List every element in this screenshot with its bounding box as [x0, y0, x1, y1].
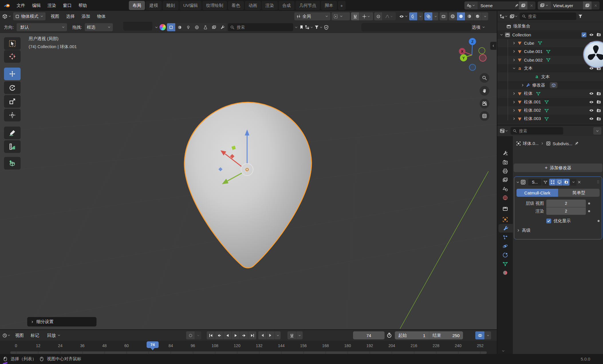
snap-settings-dropdown[interactable]	[359, 12, 373, 20]
tool-add-cube-button[interactable]	[4, 157, 21, 170]
sidebar-collapse-handle[interactable]	[490, 42, 496, 50]
viewlayer-delete-button[interactable]	[592, 1, 600, 9]
properties-search-input[interactable]	[519, 128, 561, 133]
drag-dropdown[interactable]: 框选	[85, 23, 113, 31]
header-search-input[interactable]	[236, 25, 291, 30]
properties-tab-tool[interactable]	[497, 149, 513, 158]
outliner-row-Collection[interactable]: Collection	[497, 30, 603, 39]
expand-toggle-icon[interactable]	[500, 33, 503, 37]
on-cage-toggle[interactable]	[542, 179, 548, 186]
render-visibility-camera-icon[interactable]	[596, 100, 601, 104]
topbar-menu-3[interactable]: 窗口	[60, 0, 75, 11]
overlays-toggle[interactable]	[424, 12, 432, 20]
jump-to-end-button[interactable]	[248, 331, 256, 339]
shading-wireframe-button[interactable]	[449, 12, 457, 20]
pin-icon[interactable]	[515, 3, 519, 8]
subdivision-type-catmull[interactable]: Catmull-Clark	[517, 189, 558, 197]
expand-toggle-icon[interactable]	[521, 83, 525, 87]
playhead[interactable]: 74	[147, 341, 159, 348]
workspace-tab-+[interactable]: +	[338, 1, 346, 10]
hide-eye-icon[interactable]	[589, 100, 594, 105]
hide-eye-icon[interactable]	[589, 32, 594, 37]
optimal-display-checkbox[interactable]	[546, 219, 551, 223]
playback-menu[interactable]: 回放	[44, 330, 64, 341]
outliner-row-场景集合[interactable]: 场景集合	[497, 22, 603, 30]
outliner-row-柱体.002[interactable]: 柱体.002	[497, 106, 603, 115]
properties-tab-collection[interactable]	[497, 204, 513, 213]
tool-annotate-button[interactable]	[4, 127, 21, 139]
properties-tab-material[interactable]	[497, 268, 513, 277]
animate-dot[interactable]	[588, 210, 590, 212]
material-preview-ball[interactable]	[159, 24, 166, 30]
shading-solid-button[interactable]	[457, 12, 465, 20]
outliner-row-柱体.001[interactable]: 柱体.001	[497, 98, 603, 106]
proportional-edit-button[interactable]	[374, 12, 382, 20]
filter-world-button[interactable]	[192, 23, 201, 31]
operator-panel[interactable]: 细分设置	[27, 317, 96, 326]
outliner-search-input[interactable]	[528, 14, 574, 19]
breadcrumb-object[interactable]: 球体.0...	[523, 141, 539, 146]
properties-tab-render[interactable]	[497, 158, 513, 166]
viewport-perspective-button[interactable]	[480, 111, 489, 121]
gizmos-dropdown[interactable]	[417, 12, 423, 20]
timeline-menu-视图[interactable]: 视图	[12, 330, 27, 341]
tool-scale-button[interactable]	[4, 95, 21, 108]
outliner-item-label[interactable]: 文本	[524, 66, 533, 71]
mode-dropdown[interactable]: 物体模式	[13, 12, 46, 20]
outliner-row-柱体[interactable]: 柱体	[497, 89, 603, 98]
viewlayer-type-dropdown[interactable]	[538, 1, 551, 9]
scene-delete-button[interactable]	[527, 1, 535, 9]
topbar-menu-1[interactable]: 编辑	[29, 0, 44, 11]
workspace-tab-几何节点[interactable]: 几何节点	[295, 1, 320, 10]
proportional-falloff-dropdown[interactable]	[382, 12, 396, 20]
properties-tab-world[interactable]	[497, 193, 513, 202]
workspace-tab-渲染[interactable]: 渲染	[262, 1, 278, 10]
timeline-menu-标记[interactable]: 标记	[27, 330, 43, 341]
viewport-canvas[interactable]	[0, 11, 497, 329]
bookmark-icon[interactable]	[299, 25, 304, 29]
expand-toggle-icon[interactable]	[512, 117, 516, 121]
shield-icon[interactable]	[324, 25, 329, 30]
levels-render-field[interactable]: 2	[546, 207, 586, 215]
selected-object-egg[interactable]	[184, 102, 312, 268]
render-visibility-camera-icon[interactable]	[596, 91, 601, 96]
collection-checkbox[interactable]	[582, 32, 586, 37]
workspace-tab-着色[interactable]: 着色	[228, 1, 244, 10]
viewport-camera-button[interactable]	[480, 99, 489, 109]
tab-scroll-down[interactable]	[501, 349, 505, 354]
expand-toggle-icon[interactable]	[512, 92, 516, 95]
animate-dot[interactable]	[588, 202, 590, 204]
properties-tab-object-data[interactable]	[497, 259, 513, 268]
outliner-item-label[interactable]: Collection	[512, 32, 531, 37]
properties-tab-object[interactable]	[497, 215, 513, 224]
jump-to-prev-keyframe-button[interactable]	[215, 331, 223, 339]
options-dropdown[interactable]: 选项	[472, 23, 485, 31]
editor-type-button[interactable]	[2, 14, 11, 19]
viewport-menu-添加[interactable]: 添加	[78, 11, 94, 22]
properties-tab-particles[interactable]	[497, 233, 513, 241]
current-frame-field[interactable]: 74	[353, 331, 385, 339]
timeline-snap-dropdown[interactable]	[296, 331, 303, 339]
tool-rotate-button[interactable]	[4, 81, 21, 94]
hide-eye-icon[interactable]	[589, 108, 594, 113]
outliner-row-文本[interactable]: a文本	[497, 64, 603, 72]
frame-step-dropdown[interactable]	[275, 331, 281, 339]
outliner-item-label[interactable]: 修改器	[532, 82, 545, 88]
timeline-ruler[interactable]: 0122436486072849610812013214415616818019…	[0, 341, 497, 351]
filter-tool-button[interactable]	[218, 23, 227, 31]
outliner-row-文本[interactable]: a文本	[497, 72, 603, 81]
scene-copy-button[interactable]	[519, 1, 527, 9]
filter-image-button[interactable]	[210, 23, 218, 31]
jump-to-next-keyframe-button[interactable]	[240, 331, 248, 339]
drag-handle-icon[interactable]	[596, 180, 600, 184]
autokey-record-button[interactable]	[186, 331, 195, 339]
keying-dropdown[interactable]	[195, 331, 201, 339]
workspace-tab-雕刻[interactable]: 雕刻	[163, 1, 179, 10]
pivot-dropdown[interactable]	[332, 12, 350, 20]
outliner-item-label[interactable]: Cube	[524, 41, 534, 46]
frame-step-forward-button[interactable]	[266, 331, 275, 339]
properties-tab-constraints[interactable]	[497, 251, 513, 259]
properties-tab-view-layer[interactable]	[497, 176, 513, 184]
play-reverse-button[interactable]	[223, 331, 231, 339]
frame-step-back-button[interactable]	[258, 331, 266, 339]
